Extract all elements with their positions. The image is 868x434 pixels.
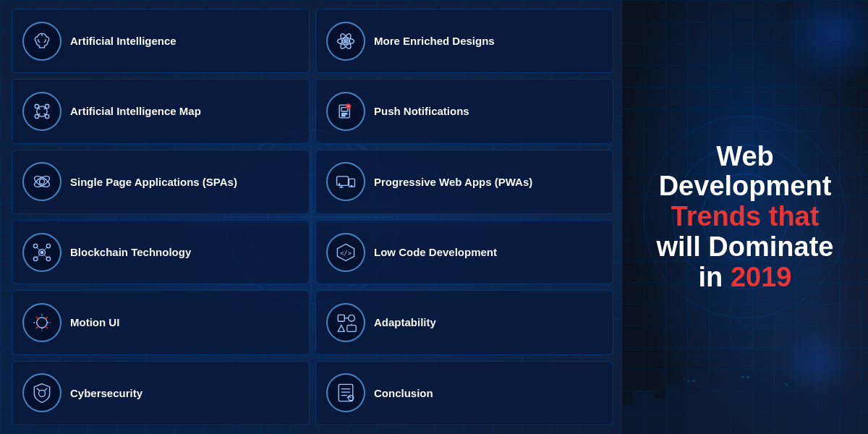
- svg-point-62: [39, 391, 46, 397]
- svg-rect-88: [854, 387, 868, 434]
- adaptability-icon: [326, 303, 365, 342]
- svg-rect-90: [692, 380, 695, 382]
- items-grid: Artificial IntelligenceMore Enriched Des…: [0, 0, 622, 434]
- cybersecurity-label: Cybersecurity: [70, 386, 142, 401]
- pwa-icon: [326, 162, 365, 201]
- svg-line-41: [37, 247, 40, 250]
- svg-rect-56: [338, 315, 344, 321]
- item-card-low-code[interactable]: </>Low Code Development: [315, 220, 613, 284]
- left-panel: Artificial IntelligenceMore Enriched Des…: [0, 0, 622, 434]
- city-silhouette: [622, 347, 868, 434]
- svg-line-52: [36, 317, 39, 320]
- conclusion-label: Conclusion: [374, 386, 433, 401]
- adaptability-label: Adaptability: [374, 315, 436, 330]
- svg-text:</>: </>: [340, 249, 352, 256]
- ai-map-label: Artificial Intelligence Map: [70, 104, 201, 119]
- svg-rect-91: [741, 376, 744, 378]
- svg-point-33: [351, 186, 352, 187]
- item-card-blockchain[interactable]: Blockchain Technology: [12, 220, 310, 284]
- heading-line5: in 2019: [699, 262, 792, 292]
- item-card-adaptability[interactable]: Adaptability: [315, 290, 613, 354]
- svg-line-44: [44, 254, 47, 257]
- spa-icon: [22, 162, 61, 201]
- blockchain-label: Blockchain Technology: [70, 245, 191, 260]
- pwa-label: Progressive Web Apps (PWAs): [374, 175, 532, 190]
- svg-point-34: [339, 184, 339, 184]
- heading-year: 2019: [731, 262, 792, 292]
- push-notifications-label: Push Notifications: [374, 104, 469, 119]
- spa-label: Single Page Applications (SPAs): [70, 175, 237, 190]
- conclusion-icon: [326, 373, 365, 412]
- svg-line-43: [37, 254, 40, 257]
- svg-point-36: [41, 251, 43, 254]
- ai-icon: [22, 22, 61, 61]
- svg-point-26: [39, 179, 44, 184]
- svg-rect-59: [347, 326, 356, 332]
- svg-marker-58: [338, 326, 344, 332]
- svg-line-42: [44, 247, 47, 250]
- item-card-ai[interactable]: Artificial Intelligence: [12, 9, 310, 73]
- svg-rect-93: [785, 383, 788, 386]
- item-card-cybersecurity[interactable]: Cybersecurity: [12, 361, 310, 425]
- cybersecurity-icon: [22, 373, 61, 412]
- item-card-more-enriched-designs[interactable]: More Enriched Designs: [315, 9, 613, 73]
- svg-rect-89: [687, 380, 690, 382]
- svg-line-18: [38, 114, 41, 116]
- svg-rect-25: [342, 115, 345, 116]
- svg-line-16: [38, 108, 41, 110]
- motion-ui-icon: [22, 303, 61, 342]
- svg-line-55: [45, 326, 48, 328]
- svg-point-7: [344, 39, 347, 43]
- heading-line2: Development: [657, 171, 834, 202]
- svg-rect-65: [339, 385, 353, 401]
- heading-line4: will Dominate: [657, 232, 834, 263]
- push-notifications-icon: [326, 92, 365, 131]
- right-panel: Web Development Trends that will Dominat…: [622, 0, 868, 434]
- low-code-label: Low Code Development: [374, 245, 497, 260]
- item-card-spa[interactable]: Single Page Applications (SPAs): [12, 150, 310, 214]
- more-enriched-designs-label: More Enriched Designs: [374, 34, 495, 48]
- svg-rect-75: [684, 376, 709, 434]
- heading-text: Web Development Trends that will Dominat…: [642, 127, 848, 307]
- ai-map-icon: [22, 92, 61, 131]
- svg-line-53: [45, 317, 48, 320]
- svg-line-63: [37, 388, 40, 391]
- item-card-push-notifications[interactable]: Push Notifications: [315, 79, 613, 143]
- blockchain-icon: [22, 233, 61, 272]
- ai-label: Artificial Intelligence: [70, 34, 176, 48]
- heading-line1: Web: [657, 142, 834, 172]
- svg-line-19: [44, 114, 46, 116]
- svg-line-54: [36, 326, 39, 328]
- more-enriched-designs-icon: [326, 22, 365, 61]
- svg-line-64: [45, 388, 48, 391]
- motion-ui-label: Motion UI: [70, 315, 119, 330]
- svg-rect-24: [342, 114, 347, 114]
- item-card-pwa[interactable]: Progressive Web Apps (PWAs): [315, 150, 613, 214]
- item-card-ai-map[interactable]: Artificial Intelligence Map: [12, 79, 310, 143]
- heading-line3: Trends that: [657, 202, 834, 232]
- item-card-conclusion[interactable]: Conclusion: [315, 361, 613, 425]
- svg-point-57: [349, 315, 355, 321]
- svg-rect-92: [746, 376, 749, 378]
- svg-line-17: [44, 108, 46, 110]
- low-code-icon: </>: [326, 233, 365, 272]
- item-card-motion-ui[interactable]: Motion UI: [12, 290, 310, 354]
- main-container: Artificial IntelligenceMore Enriched Des…: [0, 0, 868, 434]
